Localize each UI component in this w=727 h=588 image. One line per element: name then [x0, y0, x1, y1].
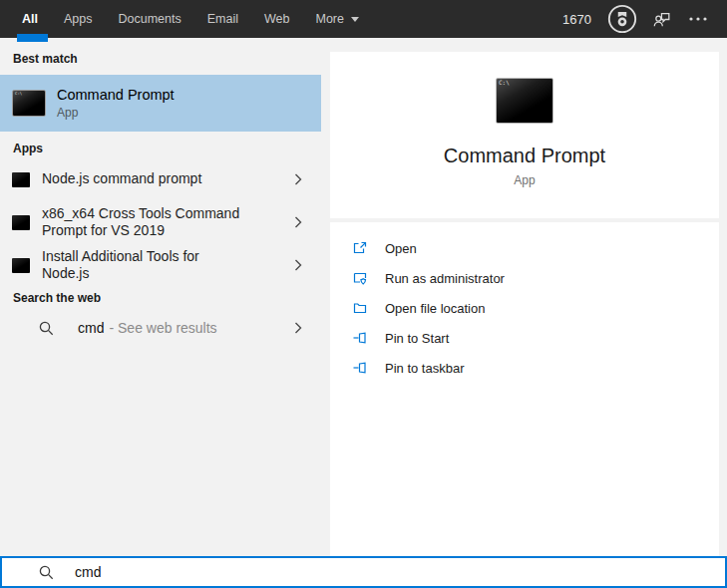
folder-icon: [352, 300, 368, 316]
action-run-as-administrator[interactable]: Run as administrator: [330, 263, 719, 293]
action-label: Pin to Start: [385, 331, 449, 346]
best-match-title: Command Prompt: [57, 87, 175, 103]
tab-more-label: More: [315, 12, 343, 26]
preview-title: Command Prompt: [444, 145, 605, 167]
preview-actions-card: Open Run as administrator Open file loca…: [330, 222, 719, 556]
command-prompt-icon-glyph: C:\: [15, 92, 22, 96]
command-prompt-icon: C:\: [12, 90, 46, 117]
command-prompt-icon-large: C:\: [496, 78, 553, 124]
section-header-search-the-web: Search the web: [13, 291, 101, 305]
chevron-down-icon: [351, 17, 359, 22]
chevron-right-icon[interactable]: [294, 259, 302, 272]
feedback-icon[interactable]: [653, 10, 672, 29]
app-item-label: x86_x64 Cross Tools Command Prompt for V…: [42, 205, 247, 240]
web-search-item[interactable]: cmd - See web results: [0, 311, 321, 345]
more-options-icon[interactable]: [687, 11, 709, 27]
topbar: All Apps Documents Email Web More 1670: [0, 0, 727, 38]
pin-icon: [352, 360, 368, 376]
section-header-apps: Apps: [13, 142, 43, 155]
tab-web[interactable]: Web: [264, 12, 289, 26]
action-open[interactable]: Open: [330, 233, 719, 263]
action-label: Run as administrator: [385, 271, 505, 286]
search-icon: [38, 564, 55, 581]
command-prompt-icon-small: [12, 172, 30, 187]
section-header-best-match: Best match: [13, 52, 78, 66]
tab-apps[interactable]: Apps: [64, 12, 93, 26]
app-item-nodejs-command-prompt[interactable]: Node.js command prompt: [0, 161, 321, 197]
action-label: Open: [385, 241, 417, 256]
search-icon: [38, 320, 55, 337]
command-prompt-icon-small: [12, 215, 30, 230]
app-item-vs-cross-tools[interactable]: x86_x64 Cross Tools Command Prompt for V…: [0, 198, 321, 246]
action-open-file-location[interactable]: Open file location: [330, 293, 719, 323]
search-input[interactable]: [75, 564, 725, 580]
action-label: Open file location: [385, 301, 485, 316]
pin-icon: [352, 330, 368, 346]
open-icon: [352, 240, 368, 256]
search-bar: [0, 556, 727, 588]
admin-shield-icon: [352, 270, 368, 286]
web-search-query: cmd: [78, 320, 104, 336]
best-match-subtitle: App: [57, 106, 175, 120]
command-prompt-icon-small: [12, 258, 30, 273]
app-item-install-node-tools[interactable]: Install Additional Tools for Node.js: [0, 246, 321, 284]
action-pin-to-taskbar[interactable]: Pin to taskbar: [330, 353, 719, 383]
chevron-right-icon[interactable]: [294, 173, 302, 186]
best-match-item[interactable]: C:\ Command Prompt App: [0, 75, 321, 132]
chevron-right-icon[interactable]: [294, 322, 302, 335]
preview-header-card: C:\ Command Prompt App: [330, 52, 719, 218]
action-pin-to-start[interactable]: Pin to Start: [330, 323, 719, 353]
rewards-medal-icon[interactable]: [606, 3, 638, 35]
tab-email[interactable]: Email: [207, 12, 238, 26]
app-item-label: Install Additional Tools for Node.js: [42, 248, 247, 283]
tab-all[interactable]: All: [22, 12, 38, 26]
search-flyout: All Apps Documents Email Web More 1670: [0, 0, 727, 588]
chevron-right-icon[interactable]: [294, 216, 302, 229]
active-tab-indicator: [17, 34, 48, 42]
action-label: Pin to taskbar: [385, 361, 465, 376]
preview-subtitle: App: [514, 173, 535, 187]
app-item-label: Node.js command prompt: [42, 170, 247, 188]
search-filter-tabs: All Apps Documents Email Web More: [0, 12, 359, 26]
best-match-text: Command Prompt App: [57, 87, 175, 120]
rewards-points: 1670: [562, 12, 591, 27]
command-prompt-icon-glyph: C:\: [499, 80, 510, 86]
topbar-right: 1670: [562, 3, 727, 35]
web-search-suffix: - See web results: [109, 320, 216, 336]
tab-more[interactable]: More: [315, 12, 358, 26]
tab-documents[interactable]: Documents: [118, 12, 181, 26]
